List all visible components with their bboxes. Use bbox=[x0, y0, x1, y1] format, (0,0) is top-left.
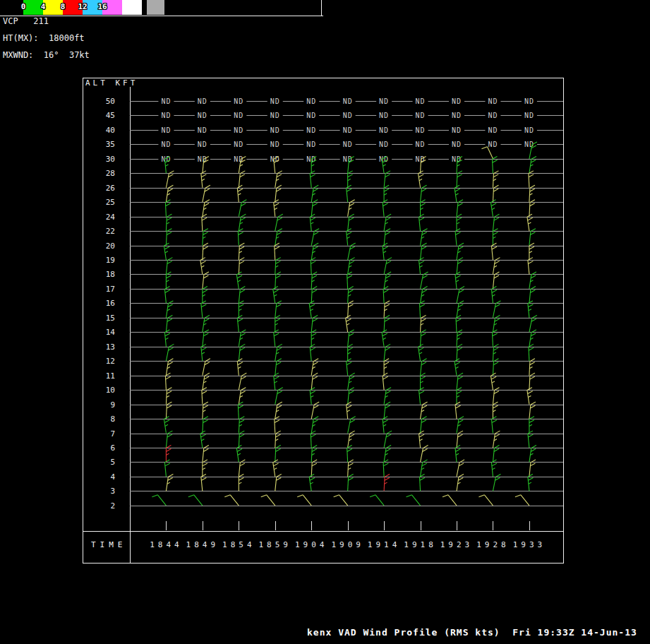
no-data-label: ND bbox=[306, 141, 316, 148]
wind-barb bbox=[201, 344, 207, 361]
wind-barb bbox=[529, 185, 535, 202]
no-data-label: ND bbox=[161, 141, 171, 148]
wind-barb bbox=[529, 243, 534, 260]
altitude-label: 17 bbox=[106, 285, 115, 294]
no-data-label: ND bbox=[161, 97, 171, 105]
wind-barb bbox=[188, 495, 203, 506]
no-data-label: ND bbox=[452, 112, 462, 119]
wind-barb bbox=[166, 431, 172, 448]
altitude-label: 19 bbox=[106, 256, 115, 265]
no-data-label: ND bbox=[379, 97, 389, 105]
wind-barb bbox=[529, 373, 535, 390]
time-label: 1844 bbox=[150, 540, 183, 549]
time-label: 1904 bbox=[295, 540, 328, 549]
no-data-label: ND bbox=[488, 126, 498, 134]
no-data-label: ND bbox=[234, 112, 243, 119]
no-data-label: ND bbox=[270, 126, 280, 134]
wind-barb bbox=[529, 344, 534, 361]
wind-barb bbox=[310, 214, 315, 231]
wind-barb bbox=[200, 431, 206, 448]
no-data-label: ND bbox=[270, 97, 280, 105]
altitude-label: 24 bbox=[106, 213, 116, 222]
wind-barb bbox=[239, 243, 244, 260]
wind-barb bbox=[419, 344, 424, 361]
altitude-label: 14 bbox=[106, 328, 116, 337]
product-title: kenx VAD Wind Profile (RMS kts) Fri 19:3… bbox=[307, 627, 637, 638]
no-data-label: ND bbox=[343, 112, 353, 119]
no-data-label: ND bbox=[416, 141, 426, 148]
wind-barb bbox=[457, 344, 462, 361]
time-label: 1854 bbox=[222, 540, 255, 549]
wind-barb bbox=[455, 185, 460, 202]
wind-barb bbox=[311, 431, 315, 448]
altitude-label: 45 bbox=[106, 111, 115, 120]
wind-barb bbox=[275, 402, 282, 419]
no-data-label: ND bbox=[452, 97, 462, 105]
wind-barb bbox=[407, 495, 421, 506]
wind-barb bbox=[275, 243, 279, 260]
wind-barb bbox=[261, 495, 275, 506]
wind-profile-plot: 1844184918541859190419091914191819231928… bbox=[0, 0, 650, 644]
no-data-label: ND bbox=[416, 126, 426, 134]
time-label: 1909 bbox=[331, 540, 364, 549]
wind-barb bbox=[166, 214, 171, 231]
wind-barb bbox=[224, 495, 239, 506]
no-data-label: ND bbox=[343, 141, 353, 148]
wind-barb bbox=[311, 243, 318, 260]
wind-barb bbox=[203, 243, 208, 260]
no-data-label: ND bbox=[343, 155, 353, 163]
wind-barb bbox=[493, 185, 498, 202]
no-data-label: ND bbox=[161, 126, 171, 134]
no-data-label: ND bbox=[416, 112, 426, 119]
no-data-label: ND bbox=[270, 141, 280, 148]
wind-barb bbox=[421, 185, 427, 202]
no-data-label: ND bbox=[306, 97, 316, 105]
wind-barb bbox=[384, 185, 389, 202]
no-data-label: ND bbox=[198, 112, 207, 119]
wind-barb bbox=[490, 373, 496, 390]
altitude-label: 2 bbox=[110, 501, 115, 511]
no-data-label: ND bbox=[198, 97, 207, 105]
altitude-label: 30 bbox=[106, 155, 115, 164]
no-data-label: ND bbox=[306, 112, 316, 119]
time-label: 1928 bbox=[476, 540, 510, 549]
no-data-label: ND bbox=[161, 112, 171, 119]
wind-barb bbox=[493, 214, 499, 231]
altitude-label: 4 bbox=[110, 472, 115, 482]
no-data-label: ND bbox=[198, 155, 207, 163]
wind-barb bbox=[419, 214, 425, 231]
plot-frame bbox=[83, 78, 563, 563]
no-data-label: ND bbox=[379, 126, 389, 134]
wind-barb bbox=[455, 402, 461, 419]
no-data-label: ND bbox=[234, 126, 243, 134]
wind-barb bbox=[421, 373, 426, 390]
no-data-label: ND bbox=[416, 97, 426, 105]
wind-barb bbox=[202, 214, 207, 231]
wind-barb bbox=[203, 402, 208, 419]
altitude-label: 16 bbox=[106, 299, 115, 308]
no-data-label: ND bbox=[524, 112, 534, 119]
wind-barb bbox=[370, 495, 384, 506]
no-data-label: ND bbox=[524, 126, 534, 134]
time-label: 1914 bbox=[368, 540, 401, 549]
no-data-label: ND bbox=[452, 126, 462, 134]
altitude-label: 28 bbox=[106, 169, 115, 178]
altitude-label: 50 bbox=[106, 97, 115, 106]
wind-barb bbox=[528, 431, 534, 448]
wind-barb bbox=[347, 185, 352, 202]
no-data-label: ND bbox=[488, 97, 498, 105]
altitude-label: 26 bbox=[106, 184, 115, 193]
altitude-label: 22 bbox=[106, 227, 115, 236]
wind-barb bbox=[166, 185, 173, 202]
wind-barb bbox=[239, 431, 244, 448]
altitude-label: 7 bbox=[110, 429, 115, 439]
altitude-label: 20 bbox=[106, 242, 115, 251]
wind-barb bbox=[166, 402, 171, 419]
altitude-label: 12 bbox=[106, 357, 115, 366]
wind-barb bbox=[297, 495, 311, 506]
wind-barb bbox=[491, 243, 497, 260]
wind-barb bbox=[275, 431, 281, 448]
wind-barb bbox=[152, 495, 166, 506]
wind-barb bbox=[479, 495, 493, 506]
time-label: 1923 bbox=[440, 540, 474, 549]
